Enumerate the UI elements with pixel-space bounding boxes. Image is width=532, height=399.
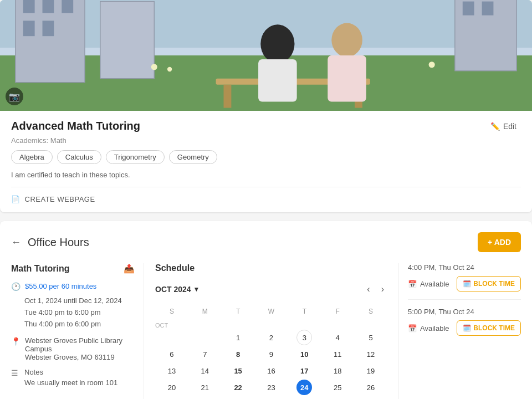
svg-rect-19: [328, 55, 366, 101]
edit-button[interactable]: ✏️ Edit: [486, 120, 521, 133]
tags-container: Algebra Calculus Trigonometry Geometry: [11, 150, 521, 164]
svg-rect-12: [482, 2, 494, 16]
check-icon-2: 📅: [408, 324, 417, 332]
description: I am certified to teach in these topics.: [11, 171, 521, 179]
time-slot-1: 4:00 PM, Thu Oct 24 📅 Available 🗓️ BLOCK…: [408, 263, 521, 300]
svg-rect-14: [223, 85, 231, 108]
create-webpage-button[interactable]: 📄 CREATE WEBPAGE: [11, 195, 95, 203]
camera-icon[interactable]: 📷: [6, 88, 23, 105]
cal-cell-14[interactable]: 14: [197, 363, 213, 378]
cal-cell-empty: [197, 330, 213, 345]
cal-cell-15[interactable]: 15: [231, 363, 246, 378]
day-header-s2: S: [354, 305, 387, 318]
cal-cell-empty: [164, 330, 180, 345]
notes-label: Notes: [24, 368, 135, 376]
cal-cell-7[interactable]: 7: [197, 346, 213, 362]
svg-rect-6: [62, 0, 73, 13]
cal-cell-24-today[interactable]: 24: [296, 380, 312, 395]
schedule-line1: Tue 4:00 pm to 6:00 pm: [24, 307, 135, 319]
svg-point-20: [151, 64, 157, 70]
cal-cell-28[interactable]: 28: [197, 396, 213, 399]
cal-cell-18[interactable]: 18: [330, 363, 345, 378]
cal-cell-16[interactable]: 16: [263, 363, 279, 378]
tag-algebra[interactable]: Algebra: [11, 150, 53, 164]
cal-cell-30[interactable]: 30: [263, 396, 279, 399]
tutoring-title-label: Math Tutoring: [11, 264, 69, 274]
export-icon[interactable]: 📤: [124, 263, 135, 274]
day-header-f: F: [321, 305, 354, 318]
cal-cell-empty: [363, 396, 378, 399]
prev-month-button[interactable]: ‹: [364, 282, 373, 296]
cal-cell-17[interactable]: 17: [296, 363, 312, 378]
cal-cell-13[interactable]: 13: [164, 363, 180, 378]
svg-point-22: [429, 62, 435, 68]
cal-cell-12[interactable]: 12: [363, 346, 378, 362]
location-name: Webster Groves Public Library: [25, 336, 135, 345]
date-range: Oct 1, 2024 until Dec 12, 2024: [24, 295, 135, 307]
cal-cell-3[interactable]: 3: [296, 330, 312, 345]
cal-cell-10[interactable]: 10: [296, 346, 312, 362]
check-icon-1: 📅: [408, 280, 417, 288]
back-arrow-icon[interactable]: ←: [11, 237, 21, 248]
tag-geometry[interactable]: Geometry: [169, 150, 217, 164]
notes-text: We usually meet in room 101: [24, 378, 135, 387]
svg-rect-8: [43, 21, 54, 36]
location-city: Webster Groves, MO 63119: [25, 353, 135, 361]
next-month-button[interactable]: ›: [378, 282, 387, 296]
cal-cell-5[interactable]: 5: [363, 330, 378, 345]
cal-cell-11[interactable]: 11: [330, 346, 345, 362]
add-button[interactable]: + ADD: [478, 232, 521, 252]
block-icon-1: 🗓️: [463, 280, 471, 288]
day-header-t1: T: [222, 305, 255, 318]
cal-cell-4[interactable]: 4: [330, 330, 345, 345]
right-panel: 4:00 PM, Thu Oct 24 📅 Available 🗓️ BLOCK…: [399, 263, 521, 399]
slot-2-time: 5:00 PM, Thu Oct 24: [408, 308, 521, 316]
cal-cell-23[interactable]: 23: [263, 380, 279, 395]
svg-point-16: [260, 24, 294, 63]
office-hours-title: Office Hours: [28, 236, 89, 249]
day-header-m: M: [188, 305, 222, 318]
calendar-grid: S M T W T F S OCT 1 2: [155, 305, 387, 399]
profile-card: 📷 Advanced Math Tutoring ✏️ Edit Academi…: [0, 0, 532, 212]
svg-rect-11: [463, 2, 474, 16]
cal-cell-2[interactable]: 2: [263, 330, 279, 345]
svg-rect-7: [23, 21, 35, 36]
cal-cell-25[interactable]: 25: [330, 380, 345, 395]
month-label[interactable]: OCT 2024 ▼: [155, 285, 200, 294]
cal-cell-29[interactable]: 29: [231, 396, 246, 399]
block-time-button-2[interactable]: 🗓️ BLOCK TIME: [457, 320, 521, 336]
cal-cell-31[interactable]: 31: [296, 396, 312, 399]
cover-photo: 📷: [0, 0, 532, 111]
cal-cell-9[interactable]: 9: [263, 346, 279, 362]
cal-cell-22[interactable]: 22: [231, 380, 246, 395]
cal-cell-6[interactable]: 6: [164, 346, 180, 362]
schedule-title: Schedule: [155, 263, 387, 273]
cal-cell-empty: [330, 396, 345, 399]
slot-1-available: 📅 Available: [408, 280, 449, 288]
cal-cell-21[interactable]: 21: [197, 380, 213, 395]
svg-rect-9: [100, 2, 154, 79]
slot-2-available: 📅 Available: [408, 324, 449, 332]
price-link[interactable]: $55.00 per 60 minutes: [25, 282, 96, 290]
svg-rect-4: [23, 0, 35, 13]
cal-cell-1[interactable]: 1: [231, 330, 246, 345]
block-time-button-1[interactable]: 🗓️ BLOCK TIME: [457, 276, 521, 291]
cal-cell-20[interactable]: 20: [164, 380, 180, 395]
office-hours-section: ← Office Hours + ADD Math Tutoring 📤 🕐 $…: [0, 221, 532, 399]
month-mini-label: OCT: [155, 320, 387, 330]
day-header-t2: T: [288, 305, 321, 318]
calendar-panel: Schedule OCT 2024 ▼ ‹ › S M T: [144, 263, 399, 399]
cal-cell-27[interactable]: 27: [164, 396, 180, 399]
cal-cell-19[interactable]: 19: [363, 363, 378, 378]
webpage-icon: 📄: [11, 195, 21, 203]
cal-cell-26[interactable]: 26: [363, 380, 378, 395]
left-panel: Math Tutoring 📤 🕐 $55.00 per 60 minutes …: [11, 263, 144, 399]
notes-icon: ☰: [11, 369, 20, 377]
pencil-icon: ✏️: [490, 122, 500, 131]
dropdown-icon: ▼: [193, 285, 200, 293]
svg-rect-17: [258, 59, 297, 102]
profile-title: Advanced Math Tutoring: [11, 120, 140, 132]
tag-calculus[interactable]: Calculus: [57, 150, 101, 164]
tag-trigonometry[interactable]: Trigonometry: [106, 150, 165, 164]
cal-cell-8[interactable]: 8: [231, 346, 246, 362]
